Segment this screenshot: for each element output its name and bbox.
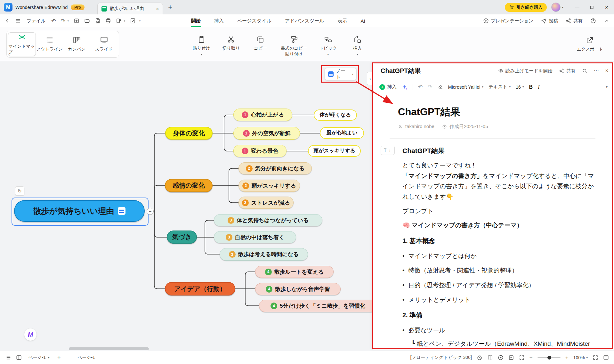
presentation-button[interactable]: プレゼンテーション — [483, 18, 533, 24]
insert-button[interactable]: 挿入 ▾ — [349, 36, 366, 56]
spellcheck-icon[interactable] — [508, 355, 514, 360]
tab-view[interactable]: 表示 — [336, 14, 348, 27]
share-caret-icon[interactable]: ▾ — [124, 20, 125, 22]
panel-share-button[interactable]: 共有 — [559, 68, 576, 74]
topic-note-icon[interactable] — [118, 207, 125, 215]
zoom-out-button[interactable]: − — [529, 355, 533, 360]
new-document-icon[interactable] — [74, 18, 79, 24]
new-tab-button[interactable]: + — [168, 4, 172, 11]
fit-window-icon[interactable] — [603, 355, 609, 360]
bold-button[interactable]: B — [529, 84, 533, 90]
page-tab[interactable]: ページ-1 — [75, 354, 98, 361]
zoom-slider[interactable] — [537, 357, 561, 358]
mode-slide-button[interactable]: スライド — [90, 32, 117, 56]
mindmap-central-topic[interactable]: 散歩が気持ちいい理由 — [14, 200, 145, 222]
mindmap-node[interactable]: 2 ストレスが減る — [238, 197, 294, 209]
undo-icon[interactable]: ↶ — [418, 84, 423, 90]
topic-button[interactable]: トピック ▾ — [319, 36, 337, 56]
tab-start[interactable]: 開始 — [190, 14, 202, 27]
mindmap-branch-ideas[interactable]: アイデア（行動） — [165, 282, 235, 295]
back-icon[interactable] — [4, 18, 10, 24]
print-icon[interactable] — [105, 18, 111, 24]
tab-close-icon[interactable]: × — [156, 6, 159, 12]
open-folder-icon[interactable] — [84, 18, 90, 24]
document-tab[interactable]: 散歩が気...い理由 × — [97, 3, 163, 14]
check-document-icon[interactable] — [130, 18, 136, 24]
clear-format-icon[interactable] — [438, 84, 443, 90]
mode-mindmap-button[interactable]: マインドマップ — [8, 32, 36, 56]
mode-outline-button[interactable]: アウトライン — [36, 32, 63, 56]
collapse-branch-icon[interactable]: − — [147, 208, 154, 215]
mindmap-node[interactable]: 1 心拍が上がる — [233, 109, 292, 121]
note-button[interactable]: ノート › — [325, 68, 356, 80]
close-button[interactable]: × — [599, 0, 614, 14]
tab-ai[interactable]: AI — [360, 14, 366, 27]
redo-icon[interactable]: ↷ — [61, 18, 65, 24]
read-aloud-button[interactable]: 読み上げモードを開始 — [498, 68, 553, 74]
mindmap-node[interactable]: 2 気分が前向きになる — [238, 162, 312, 174]
more-caret-icon[interactable]: ▾ — [139, 20, 141, 22]
paste-button[interactable]: 貼り付け ▾ — [193, 36, 210, 56]
note-document[interactable]: ChatGPT結果 takahiro nobe 作成日2025-11-05 T⋮… — [373, 95, 614, 350]
fit-content-icon[interactable] — [519, 355, 525, 360]
account-menu[interactable]: ▾ — [551, 3, 563, 12]
mindmap-node[interactable]: 風が心地よい — [320, 127, 364, 139]
panel-layout-icon[interactable] — [16, 355, 22, 360]
fullscreen-icon[interactable] — [593, 355, 598, 360]
search-icon[interactable] — [582, 68, 587, 74]
file-menu[interactable]: ファイル — [27, 18, 45, 24]
mindmap-branch-body[interactable]: 身体の変化 — [165, 127, 213, 140]
play-demo-icon[interactable] — [498, 355, 504, 360]
add-page-button[interactable]: + — [57, 355, 61, 361]
italic-button[interactable]: I — [538, 84, 539, 90]
save-icon[interactable] — [95, 18, 101, 24]
panel-collapse-handle[interactable]: ‹ — [367, 72, 373, 85]
hamburger-menu-icon[interactable] — [15, 18, 21, 24]
block-type-handle[interactable]: T⋮ — [381, 146, 395, 155]
copy-button[interactable]: コピー — [252, 36, 269, 51]
mindmap-node[interactable]: 4 散歩しながら音声学習 — [255, 283, 341, 295]
undo-icon[interactable]: ↶ — [51, 18, 56, 24]
ai-sparkle-icon[interactable] — [402, 84, 408, 90]
mindmap-node[interactable]: 体が軽くなる — [314, 109, 357, 121]
cut-button[interactable]: 切り取り — [222, 36, 240, 51]
mindmap-node[interactable]: 3 体と気持ちはつながっている — [214, 214, 322, 226]
zoom-level-select[interactable]: 100%▾ — [573, 355, 588, 360]
mindmap-node[interactable]: 頭がスッキリする — [308, 145, 361, 157]
continue-purchase-button[interactable]: 引き続き購入 — [505, 3, 547, 12]
mindmap-node[interactable]: 1 変わる景色 — [233, 145, 287, 157]
mindmap-branch-emotion[interactable]: 感情の変化 — [165, 179, 213, 192]
redo-icon[interactable]: ↷ — [428, 84, 432, 90]
page-selector[interactable]: ページ-1▾ — [28, 355, 50, 360]
export-button[interactable]: エクスポート — [577, 36, 603, 52]
mindmap-node[interactable]: 2 頭がスッキリする — [238, 180, 300, 192]
collapse-ribbon-icon[interactable] — [604, 18, 610, 24]
mindmap-node[interactable]: 4 5分だけ歩く「ミニ散歩」を習慣化 — [259, 300, 377, 312]
zoom-in-button[interactable]: + — [565, 355, 569, 360]
font-size-select[interactable]: 16▾ — [516, 85, 524, 90]
more-options-icon[interactable]: ⋯ — [594, 68, 599, 73]
redo-caret-icon[interactable]: ▾ — [68, 20, 69, 22]
maximize-button[interactable] — [585, 0, 599, 14]
help-icon[interactable] — [590, 18, 596, 24]
tab-page-style[interactable]: ページスタイル — [236, 14, 272, 27]
horizontal-scrollbar[interactable] — [69, 347, 149, 350]
share-document-icon[interactable] — [116, 18, 122, 24]
format-painter-button[interactable]: 書式のコピー貼り付け — [281, 36, 307, 57]
post-button[interactable]: 投稿 — [541, 18, 558, 24]
text-style-select[interactable]: テキスト▾ — [489, 84, 511, 90]
tab-insert[interactable]: 挿入 — [213, 14, 225, 27]
mindmap-node[interactable]: 3 自然の中は落ち着く — [214, 231, 296, 243]
font-family-select[interactable]: Microsoft YaHei▾ — [448, 85, 484, 90]
share-button[interactable]: 共有 — [566, 18, 583, 24]
sync-refresh-button[interactable]: ↻ — [15, 186, 24, 196]
zoom-slider-knob[interactable] — [547, 356, 551, 360]
panel-close-icon[interactable]: × — [605, 68, 608, 73]
outline-view-icon[interactable] — [5, 355, 11, 360]
page-preview-icon[interactable] — [487, 355, 493, 360]
mindmap-node[interactable]: 1 外の空気が新鮮 — [233, 127, 300, 140]
toolbar-expand-icon[interactable]: ▾ — [606, 85, 608, 89]
mindmap-node[interactable]: 3 散歩は考える時間になる — [220, 248, 308, 261]
mode-kanban-button[interactable]: カンバン — [63, 32, 90, 56]
mindmap-node[interactable]: 4 散歩ルートを変える — [255, 266, 334, 278]
